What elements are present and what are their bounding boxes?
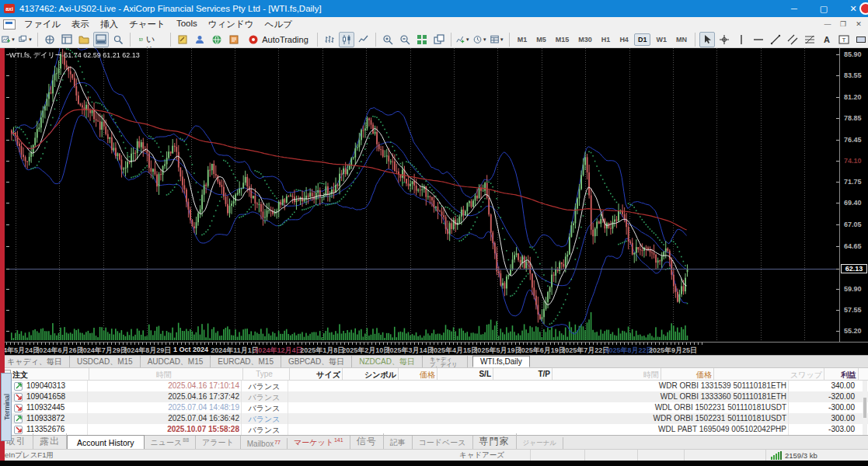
terminal-tab-account-history[interactable]: Account History [67, 435, 145, 449]
new-order-button[interactable]: 新しい注文 [134, 32, 167, 47]
web-terminal-icon[interactable] [209, 32, 225, 47]
timeframe-d1-button[interactable]: D1 [634, 33, 651, 46]
fibonacci-icon[interactable] [802, 32, 817, 47]
menu-Tools[interactable]: Tools [171, 18, 203, 31]
templates-icon[interactable]: ▼ [490, 32, 505, 47]
terminal-tab-マ-ケット[interactable]: マーケット141 [288, 436, 350, 449]
bar-chart-icon[interactable] [322, 32, 337, 47]
minimize-button[interactable]: ─ [779, 0, 809, 17]
price-axis[interactable]: 85.9083.5581.2078.8576.4574.1071.7569.40… [839, 48, 868, 342]
chart-tab-nzdcad-[interactable]: NZDCAD、毎日 [352, 356, 423, 367]
menu-挿入[interactable]: 挿入 [95, 18, 124, 31]
column-header[interactable]: 価格 [396, 370, 435, 381]
menu-bar: ファイル表示挿入チャートToolsウィンドウヘルプ — ❐ ✕ [0, 17, 868, 31]
order-row[interactable]: 1109324452025.07.04 14:48:19バランスWDL ORBI… [0, 402, 868, 413]
news-icon[interactable] [226, 32, 242, 47]
cursor-icon[interactable] [699, 32, 715, 47]
terminal-tab-ジャ-ナル[interactable]: ジャーナル [517, 437, 563, 449]
channel-icon[interactable] [785, 32, 800, 47]
line-chart-icon[interactable] [356, 32, 371, 47]
experts-icon[interactable] [192, 32, 207, 47]
horizontal-line-icon[interactable] [751, 32, 766, 47]
terminal-tab-記事[interactable]: 記事 [384, 436, 413, 449]
metaeditor-icon[interactable] [175, 32, 190, 47]
menu-表示[interactable]: 表示 [66, 18, 95, 31]
shapes-icon[interactable] [853, 32, 868, 47]
terminal-side-tab[interactable]: Terminal [1, 373, 12, 441]
text-label-icon[interactable]: T [836, 32, 852, 47]
column-header[interactable]: シンボル [340, 370, 396, 381]
chart-tab-usdcad-m15[interactable]: USDCAD、M15 [70, 356, 141, 367]
order-row[interactable]: 1109338722025.07.04 16:36:42バランスWDR ORBI… [0, 413, 868, 424]
chart-tab-eurcad-m15[interactable]: EURCAD、M15 [211, 356, 281, 367]
terminal-panel-icon[interactable] [93, 32, 109, 47]
column-header[interactable]: T/P [491, 370, 550, 378]
chart-tab-audcad-m15[interactable]: AUDCAD、M15 [141, 356, 211, 367]
menu-ヘルプ[interactable]: ヘルプ [260, 18, 298, 31]
tile-windows-icon[interactable] [414, 32, 430, 47]
terminal-scrollbar[interactable] [863, 381, 867, 435]
column-header[interactable]: S/L [435, 370, 491, 378]
new-chart-icon[interactable]: ▼ [1, 32, 16, 47]
terminal-tab-コ-ドベ-ス[interactable]: コードベース [413, 436, 473, 449]
timeframe-m15-button[interactable]: M15 [552, 33, 573, 46]
timeframe-m30-button[interactable]: M30 [574, 33, 596, 46]
status-connection[interactable]: 2159/3 kb [766, 450, 868, 461]
status-server[interactable]: キャドアーズ [434, 450, 531, 461]
terminal-tab-信号[interactable]: 信号 [350, 433, 384, 449]
chart-tab--[interactable]: キャディブ、デイリ [423, 356, 468, 367]
order-row[interactable]: 1133526762025.10.07 15:58:28バランスWDL PABT… [0, 424, 868, 435]
menu-チャート[interactable]: チャート [124, 18, 171, 31]
menu-ファイル[interactable]: ファイル [19, 18, 66, 31]
trendline-icon[interactable] [768, 32, 783, 47]
column-header[interactable]: 利益 [822, 370, 856, 381]
zoom-in-icon[interactable] [380, 32, 396, 47]
terminal-tab-ニュ-ス[interactable]: ニュース88 [145, 436, 197, 449]
zoom-out-icon[interactable] [397, 32, 413, 47]
chart-tab--[interactable]: キャディ、毎日 [0, 356, 70, 367]
order-row[interactable]: 1090416582025.04.16 17:37:42バランスWDL ORBI… [0, 391, 868, 402]
chart-tab-wti-fs-daily[interactable]: WTI.fs,Daily [472, 356, 530, 367]
timeframe-m1-button[interactable]: M1 [514, 33, 532, 46]
text-icon[interactable]: A [819, 32, 835, 47]
menu-ウィンドウ[interactable]: ウィンドウ [203, 18, 260, 31]
chart-tab-gbpcad-[interactable]: GBPCAD、毎日 [281, 356, 352, 367]
strategy-tester-icon[interactable] [110, 32, 126, 47]
vertical-line-icon[interactable] [734, 32, 749, 47]
terminal-tab-露出[interactable]: 露出 [33, 433, 67, 449]
title-bar[interactable]: axi 4137462: Axi-US02-Live - AxiCorp Fin… [0, 0, 868, 17]
periods-icon[interactable]: ▼ [472, 32, 488, 47]
chart-canvas[interactable] [6, 48, 839, 342]
autotrading-button[interactable]: AutoTrading [242, 32, 314, 47]
timeframe-mn-button[interactable]: MN [672, 33, 691, 46]
column-header[interactable]: 時間 [550, 370, 659, 381]
data-window-icon[interactable] [59, 32, 75, 47]
column-header[interactable]: サイズ [288, 370, 340, 381]
profiles-icon[interactable]: ▼ [18, 32, 33, 47]
timeframe-m5-button[interactable]: M5 [532, 33, 550, 46]
column-header[interactable]: 時間 [87, 370, 241, 381]
cascade-windows-icon[interactable] [431, 32, 447, 47]
terminal-tab-mailbox[interactable]: Mailbox77 [241, 438, 288, 449]
column-header[interactable]: 価格 [659, 370, 712, 381]
column-header[interactable]: スワップ [712, 370, 822, 381]
mdi-close-button[interactable]: ✕ [851, 17, 866, 31]
mdi-restore-button[interactable]: ❐ [835, 17, 851, 31]
crosshair-icon[interactable] [716, 32, 732, 47]
timeframe-h4-button[interactable]: H4 [615, 33, 633, 46]
order-row[interactable]: 1090403132025.04.16 17:10:14バランスWDR ORBI… [0, 381, 868, 391]
terminal-tab-アラ-ト[interactable]: アラート [196, 436, 241, 449]
terminal-tab-専門家[interactable]: 専門家 [473, 433, 517, 449]
column-header[interactable]: Type [241, 370, 288, 378]
notification-badge-icon[interactable] [859, 2, 868, 15]
timeframe-h1-button[interactable]: H1 [598, 33, 615, 46]
date-axis[interactable]: 2024年5月24日2024年6月26日2024年7月29日2024年8月29日… [0, 342, 868, 355]
navigator-icon[interactable] [76, 32, 92, 47]
indicators-icon[interactable]: ▼ [455, 32, 471, 47]
column-header[interactable]: 注文 [12, 370, 87, 381]
candlesticks-icon[interactable] [339, 32, 354, 47]
market-watch-icon[interactable] [42, 32, 58, 47]
mdi-minimize-button[interactable]: — [820, 17, 835, 31]
maximize-button[interactable]: ▢ [809, 0, 838, 17]
timeframe-w1-button[interactable]: W1 [652, 33, 671, 46]
